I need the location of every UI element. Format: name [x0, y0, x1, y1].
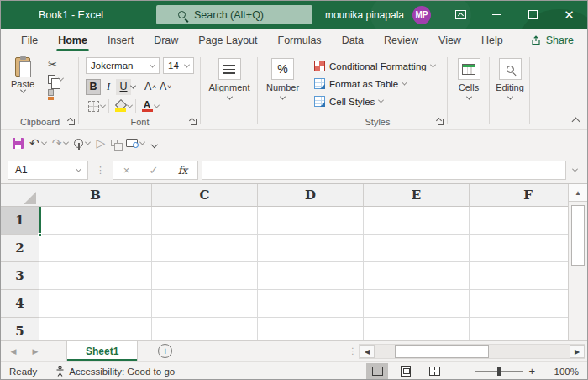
customize-quick-access-toolbar-button[interactable] — [150, 140, 158, 146]
touch-mode-chevron-icon[interactable] — [85, 139, 91, 145]
styles-dialog-launcher[interactable] — [438, 119, 444, 125]
font-size-select[interactable]: 14 — [163, 57, 194, 74]
name-box[interactable]: A1 — [8, 161, 88, 180]
cell-d5[interactable] — [258, 318, 364, 340]
collapse-ribbon-chevron-icon[interactable] — [572, 118, 580, 126]
tab-help[interactable]: Help — [471, 29, 513, 52]
reuse-files-button[interactable] — [111, 140, 120, 146]
cell-e3[interactable] — [364, 262, 470, 290]
vertical-scrollbar[interactable]: ▲ — [568, 184, 587, 340]
cell-b1[interactable] — [39, 207, 152, 235]
paste-button[interactable]: Paste — [11, 57, 34, 93]
conditional-formatting-button[interactable]: Conditional Formatting — [314, 57, 448, 75]
enter-button[interactable]: ✓ — [149, 164, 158, 177]
vertical-scrollbar-thumb[interactable] — [571, 205, 585, 266]
italic-button[interactable]: I — [101, 79, 116, 95]
cell-e5[interactable] — [364, 318, 470, 340]
scroll-up-button[interactable]: ▲ — [569, 184, 587, 202]
underline-button[interactable]: U — [116, 79, 131, 95]
font-color-button[interactable]: A — [139, 98, 155, 114]
redo-chevron-icon[interactable] — [63, 139, 69, 145]
zoom-out-button[interactable]: – — [459, 365, 475, 377]
font-color-dropdown-chevron-icon[interactable] — [154, 102, 160, 108]
cell-d2[interactable] — [258, 235, 364, 262]
normal-view-button[interactable] — [366, 363, 388, 380]
cell-d3[interactable] — [258, 262, 364, 290]
expand-formula-bar-chevron-icon[interactable] — [572, 166, 578, 172]
cell-c1[interactable] — [152, 207, 258, 235]
cell-b4[interactable] — [39, 290, 152, 318]
new-sheet-button[interactable]: + — [158, 344, 172, 358]
screen-clipping-button[interactable] — [126, 139, 144, 147]
tab-review[interactable]: Review — [374, 29, 428, 52]
fill-color-dropdown-chevron-icon[interactable] — [127, 102, 133, 108]
zoom-slider[interactable] — [475, 371, 523, 372]
cell-b2[interactable] — [39, 235, 152, 262]
share-button[interactable]: Share — [517, 29, 587, 52]
cell-c2[interactable] — [152, 235, 258, 262]
column-header-b[interactable]: B — [39, 184, 152, 207]
horizontal-scrollbar-thumb[interactable] — [395, 345, 489, 358]
user-name[interactable]: mounika pinapala — [325, 9, 404, 21]
cell-b3[interactable] — [39, 262, 152, 290]
selection-fill-handle[interactable] — [38, 233, 42, 237]
tab-data[interactable]: Data — [332, 29, 374, 52]
tab-home[interactable]: Home — [48, 29, 97, 52]
send-button[interactable]: ▷ — [96, 136, 105, 150]
format-as-table-button[interactable]: Format as Table — [314, 75, 448, 92]
column-header-d[interactable]: D — [258, 184, 364, 207]
next-sheet-button[interactable]: ▶ — [26, 347, 45, 356]
increase-font-size-button[interactable]: A˄ — [143, 79, 158, 95]
paste-dropdown-chevron-icon[interactable] — [20, 87, 26, 93]
copy-button[interactable] — [48, 75, 63, 84]
tab-formulas[interactable]: Formulas — [268, 29, 332, 52]
redo-button[interactable]: ↷ — [52, 136, 69, 150]
number-chevron-icon[interactable] — [280, 94, 286, 100]
ribbon-display-options-button[interactable] — [443, 1, 479, 29]
editing-chevron-icon[interactable] — [507, 94, 512, 100]
borders-dropdown-chevron-icon[interactable] — [100, 102, 106, 108]
close-button[interactable]: ✕ — [551, 1, 587, 29]
alignment-chevron-icon[interactable] — [226, 94, 232, 100]
column-header-e[interactable]: E — [364, 184, 470, 207]
font-dialog-launcher[interactable] — [191, 119, 197, 125]
horizontal-scrollbar[interactable]: ◀ ▶ — [359, 344, 585, 359]
font-name-select[interactable]: Jokerman — [86, 57, 160, 74]
cell-styles-button[interactable]: Cell Styles — [314, 92, 448, 110]
tab-draw[interactable]: Draw — [144, 29, 188, 52]
cell-c5[interactable] — [152, 318, 258, 340]
tab-view[interactable]: View — [428, 29, 471, 52]
zoom-slider-thumb[interactable] — [497, 367, 501, 376]
bold-button[interactable]: B — [86, 79, 101, 95]
cell-d1[interactable] — [258, 207, 364, 235]
accessibility-status[interactable]: Accessibility: Good to go — [55, 366, 175, 377]
select-all-corner[interactable] — [1, 184, 39, 207]
column-header-c[interactable]: C — [152, 184, 258, 207]
zoom-in-button[interactable]: + — [523, 365, 540, 377]
page-break-view-button[interactable] — [423, 363, 445, 380]
undo-button[interactable]: ↶ — [29, 136, 46, 150]
scroll-right-button[interactable]: ▶ — [570, 345, 585, 358]
row-header-2[interactable]: 2 — [1, 235, 39, 262]
tab-insert[interactable]: Insert — [97, 29, 144, 52]
formula-input[interactable] — [202, 161, 566, 180]
underline-dropdown-chevron-icon[interactable] — [130, 82, 136, 88]
avatar[interactable]: MP — [412, 6, 431, 24]
cells-button[interactable]: Cells — [448, 58, 490, 100]
previous-sheet-button[interactable]: ◀ — [1, 347, 26, 356]
alignment-button[interactable]: Alignment — [201, 58, 258, 100]
tab-file[interactable]: File — [11, 29, 48, 52]
cancel-button[interactable]: × — [123, 164, 130, 177]
save-button[interactable] — [13, 138, 24, 149]
undo-chevron-icon[interactable] — [41, 139, 47, 145]
cells-chevron-icon[interactable] — [465, 94, 471, 100]
cell-e2[interactable] — [364, 235, 470, 262]
sheet-tab-sheet1[interactable]: Sheet1 — [66, 341, 138, 361]
cut-button[interactable]: ✂ — [48, 59, 57, 70]
screen-clipping-chevron-icon[interactable] — [139, 139, 145, 145]
decrease-font-size-button[interactable]: A˅ — [158, 79, 173, 95]
row-header-4[interactable]: 4 — [1, 290, 39, 318]
number-button[interactable]: % Number — [258, 58, 307, 100]
cell-c3[interactable] — [152, 262, 258, 290]
tab-page-layout[interactable]: Page Layout — [188, 29, 267, 52]
